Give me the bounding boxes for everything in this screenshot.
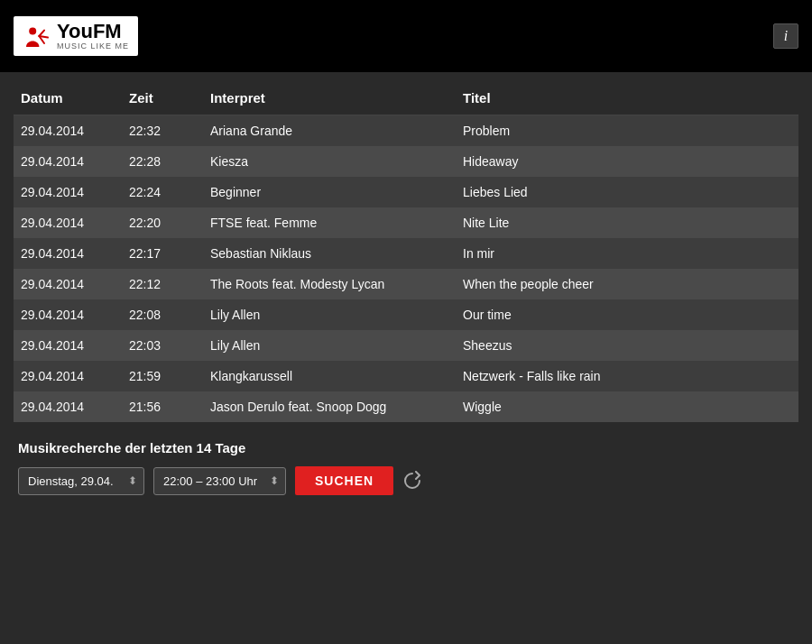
cell-interpret: Lily Allen: [203, 330, 456, 361]
youfm-star-icon: [23, 22, 51, 51]
cell-titel: Hideaway: [456, 146, 798, 177]
header: YouFM MUSIC LIKE ME i: [0, 0, 812, 72]
cell-titel: Our time: [456, 299, 798, 330]
cell-titel: In mir: [456, 238, 798, 269]
cell-interpret: Klangkarussell: [203, 361, 456, 391]
cell-zeit: 22:12: [122, 269, 203, 299]
refresh-button[interactable]: [402, 471, 422, 491]
cell-datum: 29.04.2014: [14, 177, 122, 207]
cell-interpret: FTSE feat. Femme: [203, 207, 456, 238]
cell-titel: Problem: [456, 115, 798, 147]
cell-titel: When the people cheer: [456, 269, 798, 299]
cell-datum: 29.04.2014: [14, 115, 122, 147]
recherche-label: Musikrecherche der letzten 14 Tage: [18, 440, 794, 455]
table-row: 29.04.201422:20FTSE feat. FemmeNite Lite: [14, 207, 798, 238]
cell-interpret: Beginner: [203, 177, 456, 207]
cell-zeit: 22:28: [122, 146, 203, 177]
svg-point-1: [29, 27, 36, 34]
cell-zeit: 22:24: [122, 177, 203, 207]
table-row: 29.04.201422:12The Roots feat. Modesty L…: [14, 269, 798, 299]
cell-titel: Sheezus: [456, 330, 798, 361]
search-controls: Dienstag, 29.04.Montag, 28.04.Sonntag, 2…: [18, 466, 794, 495]
refresh-icon: [402, 471, 422, 491]
cell-interpret: Jason Derulo feat. Snoop Dogg: [203, 391, 456, 422]
table-header: Datum Zeit Interpret Titel: [14, 81, 798, 115]
col-header-titel: Titel: [456, 81, 798, 115]
playlist-table: Datum Zeit Interpret Titel 29.04.201422:…: [14, 81, 798, 422]
time-select-wrapper[interactable]: 22:00 – 23:00 Uhr21:00 – 22:00 Uhr20:00 …: [153, 467, 286, 495]
table-row: 29.04.201422:24BeginnerLiebes Lied: [14, 177, 798, 207]
table-row: 29.04.201422:28KieszaHideaway: [14, 146, 798, 177]
cell-zeit: 22:08: [122, 299, 203, 330]
cell-interpret: Sebastian Niklaus: [203, 238, 456, 269]
cell-zeit: 21:59: [122, 361, 203, 391]
cell-zeit: 22:20: [122, 207, 203, 238]
cell-interpret: Lily Allen: [203, 299, 456, 330]
cell-datum: 29.04.2014: [14, 207, 122, 238]
cell-interpret: Kiesza: [203, 146, 456, 177]
table-row: 29.04.201422:03Lily AllenSheezus: [14, 330, 798, 361]
logo-youfm-text: YouFM: [57, 22, 129, 41]
cell-zeit: 21:56: [122, 391, 203, 422]
cell-zeit: 22:03: [122, 330, 203, 361]
cell-datum: 29.04.2014: [14, 361, 122, 391]
cell-titel: Nite Lite: [456, 207, 798, 238]
table-header-row: Datum Zeit Interpret Titel: [14, 81, 798, 115]
date-select-wrapper[interactable]: Dienstag, 29.04.Montag, 28.04.Sonntag, 2…: [18, 467, 144, 495]
table-body: 29.04.201422:32Ariana GrandeProblem29.04…: [14, 115, 798, 423]
cell-datum: 29.04.2014: [14, 269, 122, 299]
main-content: Datum Zeit Interpret Titel 29.04.201422:…: [0, 72, 812, 644]
app-container: YouFM MUSIC LIKE ME i Datum Zeit Interpr…: [0, 0, 812, 644]
cell-datum: 29.04.2014: [14, 391, 122, 422]
col-header-interpret: Interpret: [203, 81, 456, 115]
date-select[interactable]: Dienstag, 29.04.Montag, 28.04.Sonntag, 2…: [18, 467, 144, 495]
cell-zeit: 22:32: [122, 115, 203, 147]
logo-tagline: MUSIC LIKE ME: [57, 41, 129, 51]
logo-box: YouFM MUSIC LIKE ME: [14, 16, 138, 56]
info-button[interactable]: i: [773, 23, 798, 49]
table-row: 29.04.201421:59KlangkarussellNetzwerk - …: [14, 361, 798, 391]
cell-titel: Netzwerk - Falls like rain: [456, 361, 798, 391]
cell-interpret: Ariana Grande: [203, 115, 456, 147]
suchen-button[interactable]: SUCHEN: [295, 466, 393, 495]
col-header-zeit: Zeit: [122, 81, 203, 115]
table-row: 29.04.201422:32Ariana GrandeProblem: [14, 115, 798, 147]
logo-text: YouFM MUSIC LIKE ME: [57, 22, 129, 51]
table-row: 29.04.201422:17Sebastian NiklausIn mir: [14, 238, 798, 269]
cell-titel: Wiggle: [456, 391, 798, 422]
cell-interpret: The Roots feat. Modesty Lycan: [203, 269, 456, 299]
cell-datum: 29.04.2014: [14, 146, 122, 177]
bottom-section: Musikrecherche der letzten 14 Tage Diens…: [14, 440, 798, 495]
col-header-datum: Datum: [14, 81, 122, 115]
table-row: 29.04.201421:56Jason Derulo feat. Snoop …: [14, 391, 798, 422]
table-row: 29.04.201422:08Lily AllenOur time: [14, 299, 798, 330]
cell-datum: 29.04.2014: [14, 238, 122, 269]
cell-datum: 29.04.2014: [14, 299, 122, 330]
time-select[interactable]: 22:00 – 23:00 Uhr21:00 – 22:00 Uhr20:00 …: [153, 467, 286, 495]
cell-zeit: 22:17: [122, 238, 203, 269]
cell-titel: Liebes Lied: [456, 177, 798, 207]
cell-datum: 29.04.2014: [14, 330, 122, 361]
